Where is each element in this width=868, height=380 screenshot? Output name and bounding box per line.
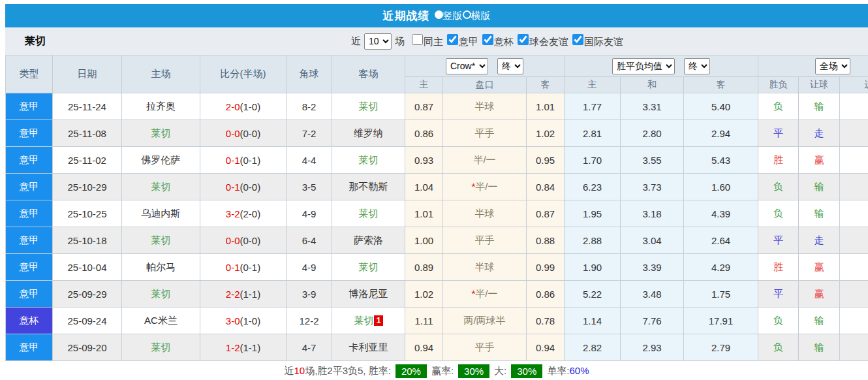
header-date: 日期 [53, 55, 122, 93]
goals-result-cell: 小 [840, 147, 868, 174]
subheader-avg-draw: 和 [621, 77, 684, 93]
home-team-cell: 乌迪内斯 [122, 200, 200, 227]
layout-radio-0[interactable] [435, 10, 443, 19]
score-cell: 3-2(2-0) [200, 200, 287, 227]
handicap-result-cell: 走 [799, 227, 840, 254]
crow-home-odds: 0.86 [405, 120, 443, 147]
date-cell: 25-09-20 [53, 334, 122, 361]
results-table: 类型 日期 主场 比分(半场) 角球 客场 Crow* 终 [5, 55, 868, 361]
date-cell: 25-10-25 [53, 200, 122, 227]
date-cell: 25-11-08 [53, 120, 122, 147]
home-team-cell: 莱切 [122, 334, 200, 361]
crow-away-odds: 0.86 [527, 281, 565, 308]
filter-checkbox-label-2[interactable]: 意杯 [494, 36, 514, 47]
filter-checkbox-4[interactable] [572, 34, 583, 45]
date-cell: 25-09-24 [53, 308, 122, 334]
date-cell: 25-11-02 [53, 147, 122, 174]
handicap-cell: 平手 [443, 120, 527, 147]
away-team-cell: 莱切 [332, 200, 405, 227]
filter-checkbox-label-3[interactable]: 球会友谊 [529, 36, 568, 47]
crow-away-odds: 1.01 [527, 93, 565, 120]
subheader-avg-away: 客 [684, 77, 758, 93]
odds-rate-badge: 30% [458, 364, 489, 378]
handicap-cell: 半球 [443, 254, 527, 281]
crow-home-odds: 0.94 [405, 334, 443, 361]
filter-checkbox-1[interactable] [447, 34, 458, 45]
score-cell: 1-2(1-1) [200, 334, 287, 361]
table-row: 意甲25-09-20莱切1-2(1-1)4-7卡利亚里0.94平手0.942.8… [6, 334, 868, 361]
corners-cell: 12-2 [287, 308, 332, 334]
crow-away-odds: 0.84 [527, 174, 565, 200]
result-cell: 负 [758, 93, 799, 120]
goals-result-cell: 小 [840, 120, 868, 147]
result-cell: 负 [758, 200, 799, 227]
avg-away-odds: 4.39 [684, 200, 758, 227]
crow-home-odds: 0.87 [405, 93, 443, 120]
crow-home-odds: 0.93 [405, 147, 443, 174]
crow-home-odds: 1.02 [405, 281, 443, 308]
goals-result-cell: 小 [840, 254, 868, 281]
away-team-cell: 博洛尼亚 [332, 281, 405, 308]
filter-checkbox-0[interactable] [412, 34, 423, 45]
summary-text: 近10场,胜2平3负5, 胜率: [284, 365, 390, 377]
crow-away-odds: 1.02 [527, 120, 565, 147]
handicap-cell: 半球 [443, 93, 527, 120]
layout-radio-label-0[interactable]: 竖版 [443, 10, 463, 21]
league-cell: 意甲 [6, 334, 53, 361]
result-cell: 胜 [758, 147, 799, 174]
layout-radio-1[interactable] [463, 10, 471, 19]
table-row: 意甲25-10-29莱切0-1(0-0)3-5那不勒斯1.04*半/一0.846… [6, 174, 868, 200]
avg-draw-odds: 3.31 [621, 93, 684, 120]
league-cell: 意甲 [6, 174, 53, 200]
table-row: 意杯25-09-24AC米兰3-0(1-0)12-2莱切11.11两/两球半0.… [6, 308, 868, 334]
corners-cell: 7-2 [287, 120, 332, 147]
subheader-odds-home: 主 [405, 77, 443, 93]
avg-home-odds: 1.14 [565, 308, 621, 334]
filter-bar: 莱切 近 10 场 同主意甲意杯球会友谊国际友谊 [5, 27, 868, 55]
away-team-cell: 莱切 [332, 254, 405, 281]
recent-results-panel: 近期战绩 竖版横版 莱切 近 10 场 同主意甲意杯球会友谊国际友谊 [5, 4, 868, 380]
avg-draw-odds: 3.48 [621, 281, 684, 308]
filter-checkbox-2[interactable] [482, 34, 493, 45]
away-team-cell: 莱切 [332, 93, 405, 120]
date-cell: 25-11-24 [53, 93, 122, 120]
recent-count-select[interactable]: 10 [364, 33, 392, 50]
avg-time-select[interactable]: 终 [684, 58, 710, 74]
odds-company-select[interactable]: Crow* [446, 58, 488, 74]
filter-checkbox-label-0[interactable]: 同主 [424, 36, 443, 47]
period-group-header: 全场 [758, 55, 868, 77]
avg-home-odds: 1.77 [565, 93, 621, 120]
crow-away-odds: 0.99 [527, 254, 565, 281]
result-cell: 负 [758, 308, 799, 334]
layout-radio-label-1[interactable]: 横版 [471, 10, 491, 21]
avg-away-odds: 2.94 [684, 120, 758, 147]
home-team-cell: 拉齐奥 [122, 93, 200, 120]
goals-result-cell: 大 [840, 281, 868, 308]
crow-away-odds: 0.87 [527, 200, 565, 227]
date-cell: 25-10-29 [53, 174, 122, 200]
home-team-cell: 帕尔马 [122, 254, 200, 281]
filter-checkbox-3[interactable] [518, 34, 529, 45]
league-filter-checkboxes: 同主意甲意杯球会友谊国际友谊 [408, 34, 623, 48]
filter-checkbox-label-1[interactable]: 意甲 [459, 36, 478, 47]
team-name: 莱切 [5, 35, 46, 48]
subheader-goals-result: 进球 [840, 77, 868, 93]
result-cell: 负 [758, 174, 799, 200]
result-cell: 平 [758, 120, 799, 147]
avg-type-select[interactable]: 胜平负均值 [612, 58, 675, 74]
filter-checkbox-label-4[interactable]: 国际友谊 [584, 36, 623, 47]
odds-time-select[interactable]: 终 [497, 58, 523, 74]
handicap-cell: 平手 [443, 227, 527, 254]
corners-cell: 3-5 [287, 174, 332, 200]
avg-draw-odds: 3.55 [621, 147, 684, 174]
handicap-result-cell: 输 [799, 200, 840, 227]
score-cell: 3-0(1-0) [200, 308, 287, 334]
handicap-cell: 两/两球半 [443, 308, 527, 334]
avg-away-odds: 1.60 [684, 174, 758, 200]
header-type: 类型 [6, 55, 53, 93]
league-cell: 意甲 [6, 200, 53, 227]
handicap-result-cell: 输 [799, 334, 840, 361]
result-cell: 胜 [758, 254, 799, 281]
team-note-badge: 1 [374, 315, 382, 326]
period-select[interactable]: 全场 [815, 58, 850, 74]
